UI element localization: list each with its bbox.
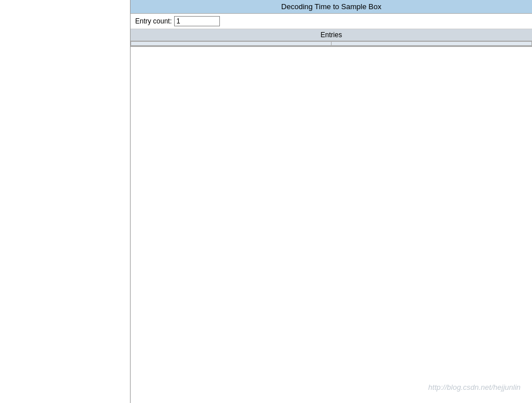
entries-table [131,41,532,46]
box-title: Decoding Time to Sample Box [131,0,532,14]
bottom-section: http://blog.csdn.net/hejjunlin [131,46,532,403]
file-tree-panel[interactable] [0,0,131,403]
watermark: http://blog.csdn.net/hejjunlin [428,383,521,392]
col-sample-delta [332,42,532,46]
entry-count-row: Entry count: [131,14,532,29]
detail-panel: Decoding Time to Sample Box Entry count:… [131,0,532,403]
box-detail-top: Decoding Time to Sample Box Entry count:… [131,0,532,46]
col-sample-count [131,42,332,46]
entries-table-container [131,41,532,46]
entry-count-input[interactable] [174,16,220,26]
entries-section-label: Entries [131,29,532,41]
entry-count-label: Entry count: [135,17,172,25]
